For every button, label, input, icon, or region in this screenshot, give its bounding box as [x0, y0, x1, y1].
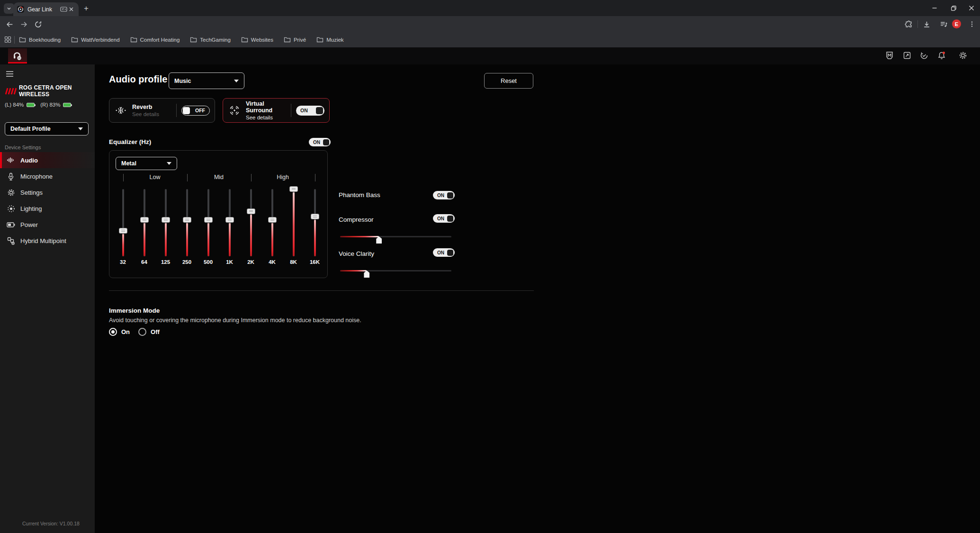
sidebar-item-lighting[interactable]: Lighting	[0, 200, 95, 217]
radio-label: Off	[151, 328, 160, 335]
frequency-label: 8K	[283, 259, 304, 265]
bookmark-folder[interactable]: Privé	[284, 36, 306, 43]
notifications-bell-icon[interactable]	[937, 51, 946, 60]
bookmark-folder[interactable]: TechGaming	[190, 36, 231, 43]
sidebar-item-microphone[interactable]: Microphone	[0, 168, 95, 184]
slider-handle[interactable]	[311, 214, 319, 219]
frequency-label: 500	[198, 259, 219, 265]
device-tab-button[interactable]	[8, 48, 27, 63]
window-minimize-button[interactable]	[927, 3, 942, 13]
profile-select[interactable]: Default Profile	[5, 122, 89, 136]
chevron-down-icon	[234, 80, 239, 82]
sidebar-item-hybrid-multipoint[interactable]: Hybrid Multipoint	[0, 233, 95, 249]
menu-hamburger-icon[interactable]	[6, 71, 13, 77]
profile-avatar[interactable]: E	[952, 19, 961, 28]
audio-profile-select[interactable]: Music	[169, 72, 244, 89]
bookmark-folder[interactable]: Comfort Heating	[130, 36, 180, 43]
effect-label: Phantom Bass	[339, 191, 380, 199]
slider-handle[interactable]	[162, 217, 170, 223]
reset-button[interactable]: Reset	[484, 73, 533, 89]
eq-band-slider[interactable]	[219, 189, 240, 256]
eq-band-slider[interactable]	[155, 189, 176, 256]
version-label: Current Version: V1.00.18	[22, 521, 80, 526]
toggle-on[interactable]: ON	[433, 248, 455, 257]
slider-track	[250, 189, 252, 256]
extensions-icon[interactable]	[904, 19, 913, 29]
media-controls-icon[interactable]	[939, 19, 948, 29]
eq-band-slider[interactable]	[112, 189, 134, 256]
bookmark-folder[interactable]: Muziek	[316, 36, 343, 43]
browser-menu-icon[interactable]	[967, 19, 977, 29]
radio-option-on[interactable]: On	[109, 328, 130, 336]
surround-icon	[229, 105, 240, 116]
toolbar-divider	[917, 20, 918, 28]
slider-handle[interactable]	[289, 186, 298, 192]
eq-band-slider[interactable]	[240, 189, 261, 256]
frequency-label: 125	[155, 259, 176, 265]
eq-band-slider[interactable]	[134, 189, 155, 256]
bookmark-folder[interactable]: Websites	[241, 36, 273, 43]
frequency-label: 64	[134, 259, 155, 265]
toggle-on[interactable]: ON	[433, 214, 455, 223]
folder-icon	[316, 36, 324, 43]
reload-button[interactable]	[33, 19, 43, 29]
section-divider	[109, 290, 534, 291]
bookmark-folder[interactable]: WattVerbindend	[71, 36, 119, 43]
downloads-icon[interactable]	[922, 19, 931, 29]
slider-track	[293, 189, 295, 256]
settings-gear-icon[interactable]	[958, 51, 968, 60]
effect-slider[interactable]	[340, 234, 451, 244]
slider-handle[interactable]	[204, 217, 213, 223]
tab-close-icon[interactable]	[67, 6, 75, 13]
card-see-details-link[interactable]: See details	[246, 115, 286, 120]
toggle-on[interactable]: ON	[433, 191, 455, 199]
eq-band-slider[interactable]	[304, 189, 325, 256]
bookmark-folder[interactable]: Boekhouding	[19, 36, 61, 43]
sidebar-item-settings[interactable]: Settings	[0, 184, 95, 200]
back-button[interactable]	[5, 19, 14, 29]
eq-band-slider[interactable]	[261, 189, 283, 256]
window-close-button[interactable]	[964, 3, 979, 13]
slider-handle[interactable]	[376, 236, 382, 244]
equalizer-label: Equalizer (Hz)	[109, 138, 151, 145]
toggle-off[interactable]: OFF	[181, 106, 210, 116]
slider-handle[interactable]	[140, 217, 149, 223]
screen: Gear Link + gea	[0, 0, 980, 533]
slider-handle[interactable]	[225, 217, 234, 223]
card-virtual-surround[interactable]: Virtual SurroundSee detailsON	[223, 98, 330, 123]
sidebar-item-power[interactable]: Power	[0, 217, 95, 233]
card-reverb[interactable]: ReverbSee detailsOFF	[109, 98, 215, 123]
page-title: Audio profile	[109, 74, 167, 85]
radio-button[interactable]	[109, 328, 117, 336]
slider-handle[interactable]	[268, 217, 277, 223]
eq-band-slider[interactable]	[283, 189, 304, 256]
update-check-icon[interactable]	[919, 51, 929, 60]
window-restore-button[interactable]	[946, 3, 961, 13]
launch-icon[interactable]	[902, 51, 912, 60]
radio-button[interactable]	[138, 328, 146, 336]
toggle-knob	[183, 107, 190, 114]
browser-tab[interactable]: Gear Link	[13, 2, 79, 16]
forward-button[interactable]	[19, 19, 28, 29]
slider-handle[interactable]	[364, 271, 369, 278]
battery-right-label: (R) 83%	[40, 102, 60, 108]
equalizer-preset-select[interactable]: Metal	[116, 157, 177, 170]
sidebar-item-audio[interactable]: Audio	[0, 152, 95, 168]
slider-handle[interactable]	[119, 228, 127, 234]
effect-slider[interactable]	[340, 268, 451, 278]
equalizer-toggle[interactable]: ON	[309, 138, 331, 146]
frequency-label: 2K	[240, 259, 261, 265]
radio-option-off[interactable]: Off	[138, 328, 160, 336]
toggle-on[interactable]: ON	[296, 106, 324, 116]
toggle-knob	[447, 192, 453, 199]
slider-handle[interactable]	[183, 217, 191, 223]
new-tab-button[interactable]: +	[81, 4, 91, 13]
eq-band-slider[interactable]	[176, 189, 198, 256]
macro-badge-icon[interactable]	[885, 51, 894, 60]
eq-band-slider[interactable]	[198, 189, 219, 256]
card-see-details-link[interactable]: See details	[132, 111, 171, 117]
apps-grid-icon[interactable]	[4, 36, 11, 43]
tab-search-button[interactable]	[4, 3, 14, 14]
toggle-knob	[447, 250, 453, 256]
slider-handle[interactable]	[247, 208, 255, 214]
